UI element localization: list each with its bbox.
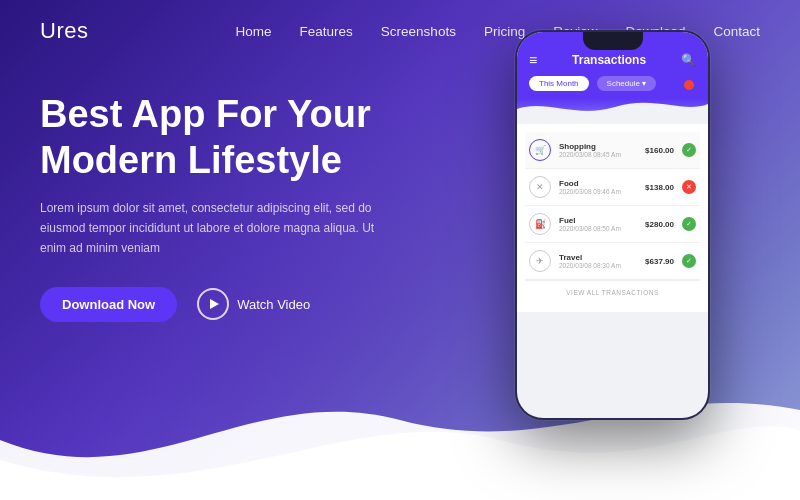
nav-home[interactable]: Home [236, 24, 272, 39]
phone-screen: ≡ Transactions 🔍 This Month Schedule ▾ [517, 32, 708, 418]
transaction-badge: ✓ [682, 143, 696, 157]
hero-section: Ures Home Features Screenshots Pricing R… [0, 0, 800, 500]
transaction-amount: $637.90 [645, 257, 674, 266]
hero-title-line1: Best App For Your [40, 93, 371, 135]
transaction-amount: $138.00 [645, 183, 674, 192]
transaction-name: Travel [559, 253, 637, 262]
phone-notch [583, 32, 643, 50]
hero-content: Best App For Your Modern Lifestyle Lorem… [0, 62, 420, 322]
logo-text-sub: res [56, 18, 88, 43]
food-icon: ✕ [529, 176, 551, 198]
phone-mockup: ≡ Transactions 🔍 This Month Schedule ▾ [515, 30, 710, 420]
logo-text-main: U [40, 18, 56, 43]
transaction-name: Fuel [559, 216, 637, 225]
transactions-list: 🛒 Shopping 2020/03/08 08:45 Am $160.00 ✓… [517, 124, 708, 312]
app-wave-decoration [517, 99, 708, 124]
transaction-info: Shopping 2020/03/08 08:45 Am [559, 142, 637, 158]
table-row: 🛒 Shopping 2020/03/08 08:45 Am $160.00 ✓ [525, 132, 700, 169]
watch-video-label: Watch Video [237, 297, 310, 312]
hero-description: Lorem ipsum dolor sit amet, consectetur … [40, 199, 380, 258]
transaction-date: 2020/03/08 09:46 Am [559, 188, 637, 195]
tab-this-month[interactable]: This Month [529, 76, 589, 91]
transaction-amount: $280.00 [645, 220, 674, 229]
transaction-info: Fuel 2020/03/08 08:50 Am [559, 216, 637, 232]
watch-video-button[interactable]: Watch Video [197, 288, 310, 320]
transaction-info: Food 2020/03/08 09:46 Am [559, 179, 637, 195]
transaction-date: 2020/03/08 08:30 Am [559, 262, 637, 269]
download-button[interactable]: Download Now [40, 287, 177, 322]
transaction-badge: ✓ [682, 254, 696, 268]
shopping-icon: 🛒 [529, 139, 551, 161]
hero-title: Best App For Your Modern Lifestyle [40, 92, 380, 183]
brand-logo[interactable]: Ures [40, 18, 88, 44]
tab-schedule[interactable]: Schedule ▾ [597, 76, 657, 91]
hero-actions: Download Now Watch Video [40, 287, 380, 322]
view-all-link[interactable]: VIEW ALL TRANSACTIONS [525, 280, 700, 304]
play-circle-icon [197, 288, 229, 320]
hero-title-line2: Modern Lifestyle [40, 139, 342, 181]
notification-dot [684, 80, 694, 90]
app-menu-icon: ≡ [529, 52, 537, 68]
nav-screenshots[interactable]: Screenshots [381, 24, 456, 39]
transaction-date: 2020/03/08 08:50 Am [559, 225, 637, 232]
travel-icon: ✈ [529, 250, 551, 272]
transaction-info: Travel 2020/03/08 08:30 Am [559, 253, 637, 269]
table-row: ✕ Food 2020/03/08 09:46 Am $138.00 ✕ [525, 169, 700, 206]
transaction-date: 2020/03/08 08:45 Am [559, 151, 637, 158]
transaction-name: Food [559, 179, 637, 188]
nav-contact[interactable]: Contact [713, 24, 760, 39]
table-row: ✈ Travel 2020/03/08 08:30 Am $637.90 ✓ [525, 243, 700, 280]
play-triangle-icon [210, 299, 219, 309]
app-tab-bar: This Month Schedule ▾ [517, 76, 708, 99]
app-search-icon: 🔍 [681, 53, 696, 67]
transaction-amount: $160.00 [645, 146, 674, 155]
table-row: ⛽ Fuel 2020/03/08 08:50 Am $280.00 ✓ [525, 206, 700, 243]
app-title: Transactions [572, 53, 646, 67]
fuel-icon: ⛽ [529, 213, 551, 235]
nav-features[interactable]: Features [300, 24, 353, 39]
transaction-name: Shopping [559, 142, 637, 151]
phone-frame: ≡ Transactions 🔍 This Month Schedule ▾ [515, 30, 710, 420]
transaction-badge: ✕ [682, 180, 696, 194]
transaction-badge: ✓ [682, 217, 696, 231]
